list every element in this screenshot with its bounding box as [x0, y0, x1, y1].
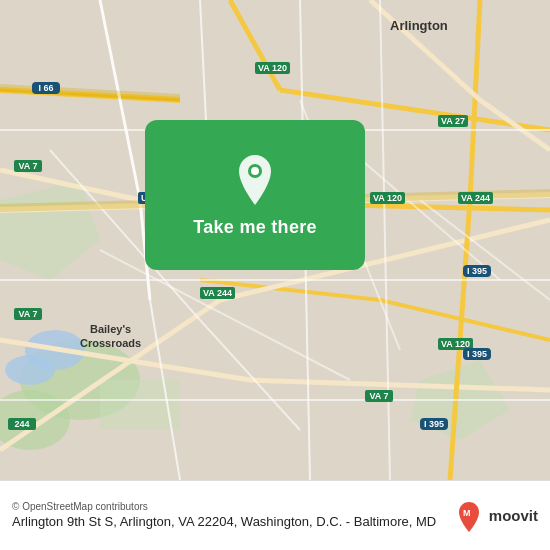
bottom-left-info: © OpenStreetMap contributors Arlington 9…: [12, 501, 453, 531]
va120-mid-shield: VA 120: [370, 192, 405, 204]
action-card[interactable]: Take me there: [145, 120, 365, 270]
moovit-icon: M: [453, 500, 485, 532]
va7-bottom-shield: VA 7: [365, 390, 393, 402]
va244-mid-shield: VA 244: [200, 287, 235, 299]
svg-point-7: [5, 355, 55, 385]
va27-shield: VA 27: [438, 115, 468, 127]
va244-top-shield: VA 244: [458, 192, 493, 204]
i395-upper-shield: I 395: [463, 265, 491, 277]
va244-bottom-shield: 244: [8, 418, 36, 430]
i395-bottom-shield: I 395: [420, 418, 448, 430]
bottom-bar: © OpenStreetMap contributors Arlington 9…: [0, 480, 550, 550]
i66-shield: I 66: [32, 82, 60, 94]
moovit-name: moovit: [489, 507, 538, 524]
va7-lower-shield: VA 7: [14, 308, 42, 320]
moovit-logo: M moovit: [453, 500, 538, 532]
arlington-label: Arlington: [390, 18, 448, 33]
location-pin-icon: [233, 153, 277, 207]
address-text: Arlington 9th St S, Arlington, VA 22204,…: [12, 514, 453, 531]
svg-text:M: M: [463, 508, 471, 518]
take-me-there-button[interactable]: Take me there: [193, 217, 317, 238]
osm-credit: © OpenStreetMap contributors: [12, 501, 453, 512]
va120-top-shield: VA 120: [255, 62, 290, 74]
map-view: I 66 VA 120 VA 27 VA 7 US 50 VA 120 VA 2…: [0, 0, 550, 480]
va7-left-shield: VA 7: [14, 160, 42, 172]
i395-lower-shield: I 395: [463, 348, 491, 360]
baileys-crossroads-label: Bailey'sCrossroads: [80, 322, 141, 351]
svg-point-43: [251, 167, 259, 175]
